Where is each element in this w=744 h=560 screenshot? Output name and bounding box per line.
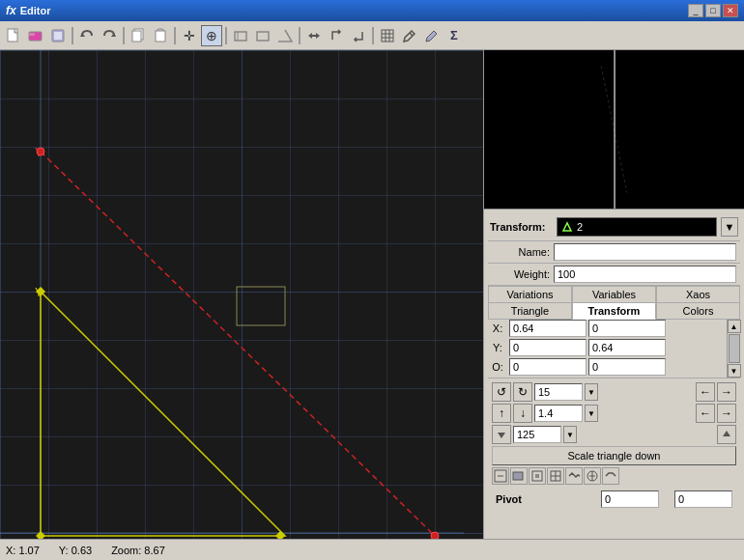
matrix-o2-input[interactable] [588,358,666,376]
matrix-x1-input[interactable] [509,320,587,337]
move-up-btn[interactable]: ↑ [492,404,511,423]
icon-tb-5[interactable] [565,467,583,485]
toolbar-move[interactable]: ⊕ [201,25,222,46]
tab-colors[interactable]: Colors [656,303,740,320]
scale-dropdown[interactable]: ▼ [563,426,577,443]
sep6 [372,27,374,44]
maximize-button[interactable]: □ [705,4,721,17]
svg-rect-10 [156,31,165,42]
matrix-row-x: X: [488,320,727,337]
close-button[interactable]: ✕ [723,4,738,17]
move-value-input[interactable] [534,405,583,422]
matrix-y2-input[interactable] [588,339,666,356]
move-left-btn[interactable]: ← [696,404,715,423]
scale-icon-right[interactable] [717,425,736,444]
toolbar-t4[interactable] [303,25,325,46]
status-bar: X: 1.07 Y: 0.63 Zoom: 8.67 [0,539,744,560]
toolbar-sigma[interactable]: Σ [444,25,465,46]
toolbar: ✛ ⊕ Σ [0,21,744,50]
tab-transform[interactable]: Transform [572,303,656,320]
flip-h2-btn[interactable]: → [717,382,736,402]
svg-point-30 [431,532,439,539]
icon-tb-2[interactable] [510,467,528,485]
tab-xaos[interactable]: Xaos [656,286,740,303]
toolbar-t1[interactable] [230,25,251,46]
transform-dropdown[interactable]: ▼ [721,217,738,237]
matrix-x-label: X: [488,322,507,334]
matrix-row-o: O: [488,358,727,376]
toolbar-edit2[interactable] [421,25,443,46]
pivot-row: Pivot [492,489,736,510]
rotate-dropdown[interactable]: ▼ [585,383,598,401]
icon-tb-1[interactable] [492,467,509,485]
matrix-section: X: Y: O: [488,320,740,378]
weight-row: Weight: [488,264,740,286]
toolbar-t6[interactable] [348,25,369,46]
canvas-area[interactable]: Y Y OO X [0,50,483,539]
svg-rect-11 [235,32,246,41]
weight-input[interactable] [554,266,736,283]
pivot-label: Pivot [496,493,522,505]
svg-rect-45 [535,474,539,478]
pivot-x-input[interactable] [601,490,659,508]
svg-marker-39 [498,433,505,438]
toolbar-open[interactable] [25,25,46,46]
toolbar-t3[interactable] [274,25,296,46]
arrow-row-1: ↺ ↻ ▼ ← → [492,382,736,402]
toolbar-btn3[interactable] [47,25,69,46]
icon-tb-7[interactable] [602,467,619,485]
toolbar-t5[interactable] [326,25,347,46]
scale-icon-left[interactable] [492,425,511,444]
move-right-btn[interactable]: → [717,404,736,423]
toolbar-grid[interactable] [377,25,398,46]
minimize-button[interactable]: _ [688,4,703,17]
svg-rect-21 [0,50,483,539]
scale-value-input[interactable] [513,426,561,443]
toolbar-paste[interactable] [150,25,171,46]
arrow-controls: ↺ ↻ ▼ ← → ↑ ↓ ▼ ← → [488,378,740,514]
status-x: X: 1.07 [6,545,40,556]
preview-line [615,50,615,209]
matrix-x2-input[interactable] [588,320,666,337]
scale-btn-row: Scale triangle down [492,446,736,465]
pivot-y-input[interactable] [674,490,732,508]
toolbar-new[interactable] [3,25,24,46]
name-input[interactable] [554,243,736,261]
transform-label: Transform: [490,221,553,233]
tab-triangle[interactable]: Triangle [488,303,572,320]
scroll-thumb[interactable] [729,334,740,363]
icon-tb-3[interactable] [529,467,546,485]
tab-row-1: Variations Variables Xaos [488,286,740,303]
scroll-down-arrow[interactable]: ▼ [728,364,741,378]
svg-rect-13 [257,32,269,41]
toolbar-t2[interactable] [252,25,273,46]
sep1 [72,27,73,44]
move-dropdown[interactable]: ▼ [585,405,598,422]
title-text: Editor [20,5,51,16]
toolbar-copy[interactable] [128,25,149,46]
matrix-o1-input[interactable] [509,358,587,376]
rotate-ccw-btn[interactable]: ↺ [492,382,511,402]
svg-rect-2 [29,33,35,36]
matrix-scrollbar: ▲ ▼ [727,320,740,378]
transform-row: Transform: 2 ▼ [488,213,740,241]
scale-triangle-btn[interactable]: Scale triangle down [492,446,736,465]
matrix-content: X: Y: O: [488,320,727,378]
svg-rect-18 [382,30,393,42]
toolbar-undo[interactable] [76,25,98,46]
rotate-value-input[interactable] [534,383,583,401]
svg-rect-8 [132,31,141,42]
toolbar-select[interactable]: ✛ [179,25,200,46]
svg-rect-4 [54,32,62,40]
toolbar-edit1[interactable] [399,25,420,46]
icon-tb-4[interactable] [547,467,564,485]
toolbar-redo[interactable] [99,25,120,46]
matrix-y1-input[interactable] [509,339,587,356]
tab-variables[interactable]: Variables [572,286,656,303]
move-down-btn[interactable]: ↓ [513,404,532,423]
scroll-up-arrow[interactable]: ▲ [728,320,741,333]
rotate-cw-btn[interactable]: ↻ [513,382,532,402]
icon-tb-6[interactable] [584,467,601,485]
flip-h-btn[interactable]: ← [696,382,715,402]
tab-variations[interactable]: Variations [488,286,572,303]
